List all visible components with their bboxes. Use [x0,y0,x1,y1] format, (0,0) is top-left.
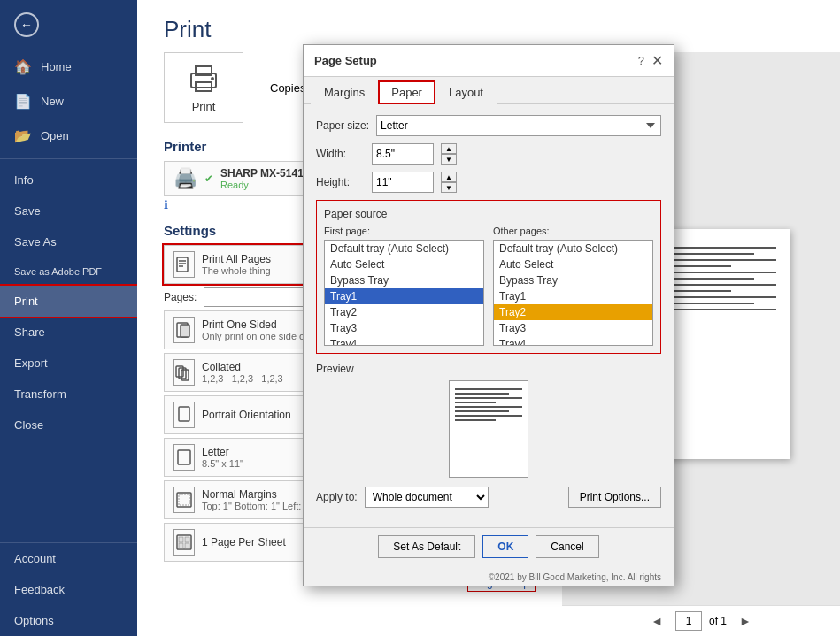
paper-size-label: Paper size: [316,119,369,132]
sidebar-item-home[interactable]: 🏠 Home [0,50,137,84]
tab-layout-label: Layout [449,86,483,99]
set-as-default-button[interactable]: Set As Default [378,535,475,558]
sidebar-item-save[interactable]: Save [0,195,137,226]
height-spinner: ▲ ▼ [441,172,457,193]
print-button[interactable]: Print [164,52,243,123]
preview-label: Preview [316,363,661,375]
list-item[interactable]: Tray1 [325,288,483,304]
tab-layout[interactable]: Layout [435,80,497,104]
width-down-button[interactable]: ▼ [441,154,457,165]
tab-margins[interactable]: Margins [311,80,378,104]
sides-icon [173,317,195,343]
preview-box-line [455,397,522,399]
sidebar-item-account[interactable]: Account [0,543,137,574]
print-options-button[interactable]: Print Options... [568,487,661,508]
sidebar-item-options[interactable]: Options [0,605,137,636]
sidebar-item-label: New [41,95,64,108]
list-item[interactable]: Tray3 [325,320,483,336]
pages-per-sheet-icon [173,529,195,556]
paper-size-select[interactable]: Letter [376,115,661,136]
home-icon: 🏠 [14,58,32,75]
svg-point-3 [211,77,214,80]
printer-icon-small: 🖨️ [173,167,197,190]
sidebar-item-share[interactable]: Share [0,317,137,348]
dialog-preview-box [449,380,528,478]
preview-box-line [455,402,496,403]
pages-label: Pages: [164,291,197,303]
sidebar-item-print[interactable]: Print [0,286,137,317]
height-down-button[interactable]: ▼ [441,182,457,193]
list-item[interactable]: Tray3 [494,320,652,336]
list-item[interactable]: Tray2 [494,304,652,320]
sidebar-item-save-as[interactable]: Save As [0,226,137,257]
height-row: Height: ▲ ▼ [316,172,661,193]
height-input[interactable] [372,172,434,193]
sidebar-item-feedback[interactable]: Feedback [0,574,137,605]
sidebar-item-label: Options [14,614,54,627]
print-button-label: Print [192,100,216,113]
main-content: Print Print Copies: [137,0,840,636]
divider [0,158,137,159]
sidebar-item-save-adobe[interactable]: Save as Adobe PDF [0,257,137,286]
apply-to-select[interactable]: Whole document This section [365,487,489,508]
paper-size-icon [173,444,195,471]
pages-icon [173,251,195,278]
apply-to-label: Apply to: [316,491,358,503]
list-item[interactable]: Default tray (Auto Select) [325,241,483,257]
next-page-button[interactable]: ► [734,612,757,630]
list-item[interactable]: Tray4 [325,336,483,346]
collated-icon [173,359,195,386]
back-circle-icon[interactable]: ← [14,12,39,37]
list-item[interactable]: Auto Select [494,257,652,272]
back-button[interactable]: ← [0,0,137,50]
svg-rect-16 [179,494,189,505]
width-spinner: ▲ ▼ [441,143,457,165]
sidebar-item-export[interactable]: Export [0,348,137,379]
paper-source-section: Paper source First page: Default tray (A… [316,200,661,354]
height-up-button[interactable]: ▲ [441,172,457,182]
list-item[interactable]: Bypass Tray [494,272,652,288]
printer-icon [188,63,220,95]
width-input[interactable] [372,143,434,165]
preview-box-line [455,393,509,395]
dialog-body: Paper size: Letter Width: ▲ ▼ Height: [304,104,674,527]
svg-rect-21 [185,543,189,548]
preview-box-line [455,388,522,390]
sidebar-bottom: Account Feedback Options [0,542,137,636]
preview-box-line [455,419,496,421]
first-page-list[interactable]: Default tray (Auto Select) Auto Select B… [324,240,484,346]
list-item[interactable]: Tray4 [494,336,652,346]
sidebar: ← 🏠 Home 📄 New 📂 Open Info Save Save As … [0,0,137,636]
sidebar-item-new[interactable]: 📄 New [0,84,137,119]
open-icon: 📂 [14,127,32,144]
svg-rect-4 [177,257,188,272]
list-item[interactable]: Auto Select [325,257,483,272]
sidebar-item-close[interactable]: Close [0,410,137,441]
list-item[interactable]: Tray1 [494,288,652,304]
sidebar-item-info[interactable]: Info [0,165,137,195]
sidebar-item-label: Share [14,326,45,339]
sidebar-item-open[interactable]: 📂 Open [0,119,137,153]
tab-paper[interactable]: Paper [378,80,435,104]
page-of-label: of 1 [709,615,727,627]
green-check-icon: ✔ [204,172,213,185]
dialog-tabs: Margins Paper Layout [304,80,674,104]
paper-source-row: First page: Default tray (Auto Select) A… [324,226,653,346]
margins-icon [173,487,195,513]
sidebar-item-transform[interactable]: Transform [0,379,137,410]
width-up-button[interactable]: ▲ [441,143,457,154]
prev-page-button[interactable]: ◄ [645,612,668,630]
cancel-button[interactable]: Cancel [536,535,598,558]
list-item[interactable]: Default tray (Auto Select) [494,241,652,257]
list-item[interactable]: Bypass Tray [325,272,483,288]
sidebar-item-label: Open [41,129,69,142]
page-input[interactable] [675,611,702,631]
sidebar-item-label: Export [14,356,48,370]
other-pages-list[interactable]: Default tray (Auto Select) Auto Select B… [493,240,653,346]
dialog-help-button[interactable]: ? [638,54,644,67]
svg-rect-13 [179,407,189,421]
dialog-close-button[interactable]: ✕ [651,52,663,69]
list-item[interactable]: Tray2 [325,304,483,320]
printer-info-icon[interactable]: ℹ [164,198,168,211]
ok-button[interactable]: OK [482,535,528,558]
